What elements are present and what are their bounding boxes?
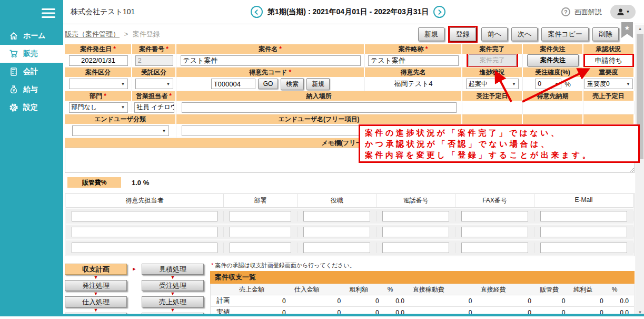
process-po-button[interactable]: 発注処理	[65, 280, 127, 291]
process-sales-button[interactable]: 売上処理	[142, 296, 204, 307]
contact-title-input[interactable]	[303, 211, 370, 221]
sidebar-item-home[interactable]: ホーム	[0, 27, 63, 45]
approval-status-highlight: 申請待ち	[583, 54, 634, 67]
contact-col-department: 部署	[224, 194, 298, 207]
income-table-title: 案件収支一覧	[210, 271, 635, 284]
customer-new-button[interactable]: 新規	[306, 78, 330, 90]
col-net-pct: %	[609, 286, 634, 293]
contact-phone-input[interactable]	[382, 243, 449, 253]
callout-line: かつ承認状況が「否認」でない場合は、	[365, 138, 638, 149]
breadcrumb: 販売（案件管理） > 案件登録	[65, 30, 160, 39]
department-select[interactable]: 部門なし▼	[69, 102, 128, 113]
process-billing-button[interactable]: 請求処理	[142, 313, 204, 316]
sidebar-item-label: 設定	[23, 103, 38, 112]
contact-fax-input[interactable]	[461, 243, 528, 253]
sidebar-item-label: 給与	[23, 85, 38, 94]
sga-label: 販管費%	[67, 177, 121, 188]
case-copy-button[interactable]: 案件コピー	[541, 27, 589, 41]
help-label[interactable]: 画面解説	[574, 7, 602, 17]
vertical-scrollbar[interactable]: ▲ ▼	[636, 25, 644, 316]
topbar-right: ? 画面解説 ▼	[561, 5, 636, 19]
confidence-select[interactable]: 0▼	[535, 79, 561, 89]
enduser-category-select[interactable]: ▼	[72, 125, 169, 136]
contact-department-input[interactable]	[230, 227, 291, 237]
process-purchase-button[interactable]: 仕入処理	[65, 296, 127, 307]
scrollbar-down-icon[interactable]: ▼	[636, 308, 644, 316]
toolbar: 新規 登録 前へ 次へ 案件コピー 削除	[418, 26, 635, 43]
delivery-place-input[interactable]	[182, 102, 457, 113]
process-estimate-button[interactable]: 見積処理	[142, 264, 204, 275]
annotation-callout: 案件の進捗状況が「案件完了」ではない、 かつ承認状況が「否認」でない場合は、 案…	[359, 124, 640, 163]
menu-hamburger-icon[interactable]	[42, 8, 55, 18]
sidebar-item-accounting[interactable]: 会計	[0, 63, 63, 81]
customer-search-button[interactable]: 検索	[281, 78, 304, 90]
contract-category-select[interactable]: ▼	[135, 79, 173, 89]
col-sales-amount: 売上金額	[236, 285, 291, 294]
approval-note: *案件の承認は収支計画登録画面から行ってください。	[211, 262, 635, 269]
sales-rep-select[interactable]: 社員 イチロウ▼	[134, 102, 174, 113]
contact-title-input[interactable]	[303, 227, 370, 237]
header-progress: 進捗状況	[462, 67, 523, 77]
form-header-row-1: 案件発生日* 案件番号* 案件名* 案件略称* 案件完了 案件失注 承認状況	[65, 44, 635, 54]
period-next-button[interactable]	[433, 6, 445, 18]
progress-select[interactable]: 起案中▼	[466, 79, 519, 89]
sidebar-item-settings[interactable]: 設定	[0, 99, 63, 117]
flow-arrow-right-icon: ►	[127, 264, 142, 275]
header-customer-due: 得意先納期	[523, 91, 583, 101]
fiscal-period-nav: 第1期(当期) : 2021年04月01日 - 2022年03月31日	[251, 6, 446, 18]
contact-table-header: 得意先担当者 部署 役職 電話番号 FAX番号 E-Mail	[66, 194, 633, 208]
income-row-plan: 計画 0 0 0 0.0 0 0 0 0 0.0	[211, 295, 634, 307]
process-income-plan-button[interactable]: 収支計画	[65, 264, 127, 275]
customer-code-input[interactable]	[211, 79, 255, 89]
sales-date-cell	[583, 101, 635, 114]
header-customer-code: 得意先コード*	[176, 67, 365, 77]
help-icon[interactable]: ?	[561, 7, 570, 16]
delete-button[interactable]: 削除	[592, 27, 619, 41]
contact-person-input[interactable]	[72, 227, 217, 237]
case-short-name-input[interactable]	[368, 55, 459, 66]
contact-person-input[interactable]	[72, 243, 217, 253]
next-button[interactable]: 次へ	[511, 27, 538, 41]
col-gross-profit: 粗利額	[346, 285, 384, 294]
contact-fax-input[interactable]	[461, 211, 528, 221]
contact-col-fax: FAX番号	[455, 194, 534, 207]
scrollbar-up-icon[interactable]: ▲	[636, 25, 644, 33]
breadcrumb-parent-link[interactable]: 販売（案件管理）	[65, 30, 120, 38]
flow-arrow-down-icon: ▼	[65, 291, 127, 296]
contact-department-input[interactable]	[230, 243, 291, 253]
sidebar-item-payroll[interactable]: ¥ 給与	[0, 81, 63, 99]
contact-fax-input[interactable]	[461, 227, 528, 237]
period-prev-button[interactable]	[251, 6, 263, 18]
contact-email-input[interactable]	[540, 227, 627, 237]
contact-title-input[interactable]	[303, 243, 370, 253]
content: 販売（案件管理） > 案件登録 新規 登録 前へ 次へ 案件コピー 削除 案件	[65, 24, 635, 316]
contact-phone-input[interactable]	[382, 227, 449, 237]
case-name-input[interactable]	[181, 55, 361, 66]
contact-email-input[interactable]	[540, 211, 627, 221]
contact-phone-input[interactable]	[382, 211, 449, 221]
app-window: ホーム 販売 会計 ¥ 給与	[0, 0, 644, 316]
contact-table: 得意先担当者 部署 役職 電話番号 FAX番号 E-Mail	[65, 193, 635, 256]
process-payment-button[interactable]: 支払処理	[65, 313, 127, 316]
case-complete-highlight: 案件完了	[467, 54, 518, 67]
user-avatar[interactable]: ▼	[610, 5, 636, 19]
flow-arrow-down-icon: ▼	[142, 307, 204, 313]
prev-button[interactable]: 前へ	[481, 27, 508, 41]
case-date-input[interactable]	[69, 55, 128, 66]
contact-person-input[interactable]	[72, 211, 217, 221]
importance-select[interactable]: 重要度0▼	[584, 79, 633, 89]
case-category-select[interactable]: ▼	[69, 79, 128, 89]
sga-row: 販管費% 1.0 %	[65, 177, 635, 188]
case-lost-button[interactable]: 案件失注	[527, 54, 579, 66]
contact-row	[66, 224, 633, 239]
header-customer-name: 得意先名	[365, 67, 462, 77]
new-button[interactable]: 新規	[418, 27, 444, 41]
process-order-button[interactable]: 受注処理	[142, 280, 204, 291]
register-button[interactable]: 登録	[450, 27, 476, 41]
go-button[interactable]: GO	[258, 79, 279, 89]
sidebar-item-label: ホーム	[23, 31, 46, 41]
avatar-caret-icon: ▼	[626, 9, 630, 14]
contact-department-input[interactable]	[230, 211, 291, 221]
contact-email-input[interactable]	[540, 243, 627, 253]
sidebar-item-sales[interactable]: 販売	[0, 45, 63, 63]
